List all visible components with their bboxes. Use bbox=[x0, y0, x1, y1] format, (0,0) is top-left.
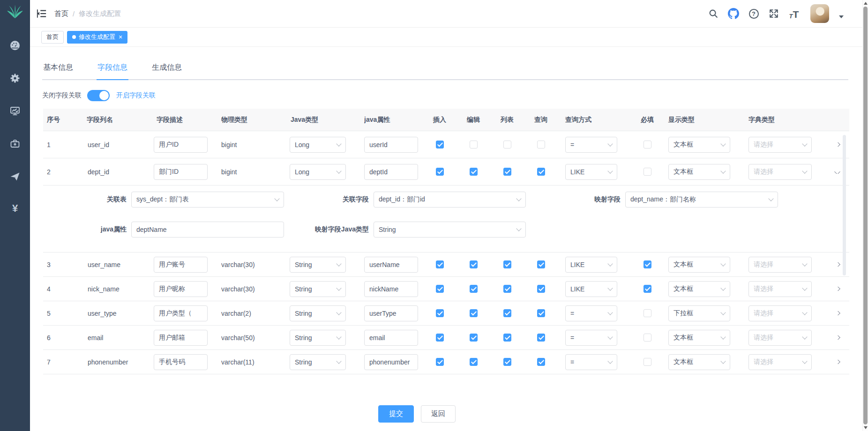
menu-fold-icon[interactable] bbox=[37, 8, 47, 19]
java-type-select[interactable]: String bbox=[290, 330, 346, 346]
sidebar-item-system[interactable] bbox=[9, 73, 21, 84]
map-field-select[interactable]: dept_name：部门名称 bbox=[625, 192, 778, 208]
edit-checkbox[interactable] bbox=[470, 260, 478, 268]
relation-table-select[interactable]: sys_dept：部门表 bbox=[131, 192, 284, 208]
description-input[interactable] bbox=[154, 257, 208, 273]
scrollbar-thumb[interactable] bbox=[863, 7, 868, 424]
dict-type-select[interactable]: 请选择 bbox=[748, 137, 812, 153]
query-checkbox[interactable] bbox=[537, 285, 545, 293]
required-checkbox[interactable] bbox=[644, 285, 651, 293]
expand-row-icon[interactable] bbox=[834, 335, 840, 340]
java-type-select[interactable]: String bbox=[290, 305, 346, 321]
dict-type-select[interactable]: 请选择 bbox=[748, 354, 812, 370]
font-size-icon[interactable]: TT bbox=[788, 8, 800, 19]
query-checkbox[interactable] bbox=[537, 141, 545, 149]
dict-type-select[interactable]: 请选择 bbox=[748, 305, 812, 321]
query-type-select[interactable]: LIKE bbox=[565, 257, 617, 273]
required-checkbox[interactable] bbox=[644, 168, 651, 176]
insert-checkbox[interactable] bbox=[436, 334, 444, 342]
required-checkbox[interactable] bbox=[644, 309, 651, 317]
expand-row-icon[interactable] bbox=[834, 360, 840, 364]
relation-toggle[interactable] bbox=[87, 90, 110, 101]
scroll-up-icon[interactable] bbox=[864, 2, 868, 5]
list-checkbox[interactable] bbox=[503, 260, 511, 268]
github-icon[interactable] bbox=[728, 8, 739, 19]
display-type-select[interactable]: 下拉框 bbox=[668, 305, 730, 321]
required-checkbox[interactable] bbox=[644, 260, 651, 268]
description-input[interactable] bbox=[154, 164, 208, 180]
query-checkbox[interactable] bbox=[537, 358, 545, 366]
java-attr-input[interactable] bbox=[364, 164, 418, 180]
java-type-select[interactable]: Long bbox=[290, 137, 346, 153]
list-checkbox[interactable] bbox=[503, 334, 511, 342]
list-checkbox[interactable] bbox=[503, 285, 511, 293]
query-checkbox[interactable] bbox=[537, 309, 545, 317]
required-checkbox[interactable] bbox=[644, 358, 651, 366]
java-attr-input[interactable] bbox=[364, 354, 418, 370]
insert-checkbox[interactable] bbox=[436, 260, 444, 268]
page-scrollbar[interactable] bbox=[862, 0, 868, 431]
help-icon[interactable]: ? bbox=[748, 8, 759, 19]
display-type-select[interactable]: 文本框 bbox=[668, 137, 730, 153]
sidebar-item-tool[interactable] bbox=[9, 138, 21, 149]
insert-checkbox[interactable] bbox=[436, 358, 444, 366]
list-checkbox[interactable] bbox=[503, 358, 511, 366]
edit-checkbox[interactable] bbox=[470, 334, 478, 342]
java-attr-input[interactable] bbox=[364, 281, 418, 297]
insert-checkbox[interactable] bbox=[436, 168, 444, 176]
dict-type-select[interactable]: 请选择 bbox=[748, 281, 812, 297]
close-icon[interactable]: × bbox=[119, 34, 122, 40]
edit-checkbox[interactable] bbox=[470, 168, 478, 176]
expand-row-icon[interactable] bbox=[834, 142, 840, 147]
description-input[interactable] bbox=[154, 281, 208, 297]
query-checkbox[interactable] bbox=[537, 168, 545, 176]
query-type-select[interactable]: = bbox=[565, 354, 617, 370]
sidebar-item-finance[interactable]: ¥ bbox=[9, 203, 21, 214]
display-type-select[interactable]: 文本框 bbox=[668, 257, 730, 273]
list-checkbox[interactable] bbox=[503, 168, 511, 176]
query-checkbox[interactable] bbox=[537, 334, 545, 342]
relation-field-select[interactable]: dept_id：部门id bbox=[374, 192, 526, 208]
list-checkbox[interactable] bbox=[503, 309, 511, 317]
java-type-select[interactable]: String bbox=[290, 354, 346, 370]
description-input[interactable] bbox=[154, 305, 208, 321]
user-avatar[interactable] bbox=[810, 4, 829, 23]
scroll-down-icon[interactable] bbox=[864, 426, 868, 429]
java-attr-input[interactable] bbox=[364, 305, 418, 321]
display-type-select[interactable]: 文本框 bbox=[668, 330, 730, 346]
java-attr-input[interactable] bbox=[364, 330, 418, 346]
tab-generate-info[interactable]: 生成信息 bbox=[151, 60, 183, 79]
expand-row-icon[interactable] bbox=[834, 287, 840, 291]
insert-checkbox[interactable] bbox=[436, 285, 444, 293]
avatar-caret-icon[interactable] bbox=[839, 15, 844, 18]
edit-checkbox[interactable] bbox=[470, 358, 478, 366]
java-attr-input[interactable] bbox=[364, 137, 418, 153]
tab-field-info[interactable]: 字段信息 bbox=[97, 60, 128, 80]
java-type-select[interactable]: String bbox=[290, 281, 346, 297]
app-logo[interactable] bbox=[6, 2, 24, 21]
query-checkbox[interactable] bbox=[537, 260, 545, 268]
tag-current-page[interactable]: 修改生成配置 × bbox=[67, 31, 127, 44]
sidebar-item-dashboard[interactable] bbox=[9, 40, 21, 51]
table-scrollbar[interactable] bbox=[843, 135, 846, 275]
submit-button[interactable]: 提交 bbox=[378, 405, 414, 423]
query-type-select[interactable]: LIKE bbox=[565, 164, 617, 180]
edit-checkbox[interactable] bbox=[470, 309, 478, 317]
java-attr-input[interactable] bbox=[364, 257, 418, 273]
map-java-type-select[interactable]: String bbox=[374, 222, 526, 238]
dict-type-select[interactable]: 请选择 bbox=[748, 257, 812, 273]
collapse-row-icon[interactable] bbox=[834, 170, 840, 174]
dict-type-select[interactable]: 请选择 bbox=[748, 330, 812, 346]
edit-checkbox[interactable] bbox=[470, 141, 478, 149]
java-type-select[interactable]: String bbox=[290, 257, 346, 273]
dict-type-select[interactable]: 请选择 bbox=[748, 164, 812, 180]
search-icon[interactable] bbox=[708, 8, 719, 19]
query-type-select[interactable]: = bbox=[565, 330, 617, 346]
required-checkbox[interactable] bbox=[644, 141, 651, 149]
edit-checkbox[interactable] bbox=[470, 285, 478, 293]
back-button[interactable]: 返回 bbox=[421, 405, 456, 423]
description-input[interactable] bbox=[154, 330, 208, 346]
expand-row-icon[interactable] bbox=[834, 262, 840, 267]
sidebar-item-monitor[interactable] bbox=[9, 105, 21, 117]
description-input[interactable] bbox=[154, 137, 208, 153]
